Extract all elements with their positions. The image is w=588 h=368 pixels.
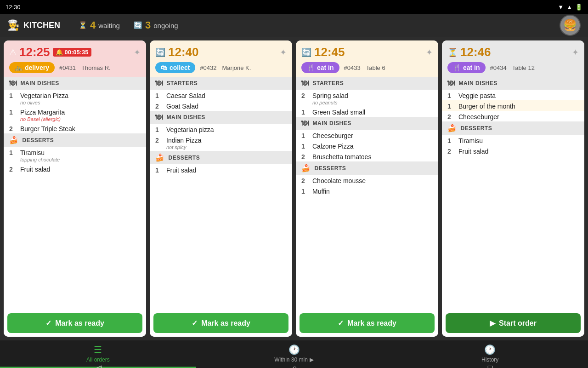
badge-icon-2: 🛍 (161, 64, 167, 71)
mark-ready-button-2[interactable]: ✓ Mark as ready (153, 313, 288, 333)
item-details: Burger of the month (458, 103, 579, 110)
item-name: Muffin (312, 188, 433, 195)
order-card-4: ⏳ 12:46 ✦ 🍴 eat in #0434 Table 12 🍽 (442, 40, 584, 337)
section-icon-0: 🍽 (9, 79, 17, 87)
section-icon-0: 🍽 (301, 79, 309, 87)
status-time: 12:30 (6, 4, 21, 11)
item-qty: 2 (447, 113, 454, 121)
item-qty: 1 (301, 188, 308, 195)
item-qty: 1 (447, 103, 454, 110)
chef-icon: 👨‍🍳 (7, 19, 20, 31)
order-card-3: 🔄 12:45 ✦ 🍴 eat in #0433 Table 6 🍽 (296, 40, 438, 337)
item-note: not spicy (166, 144, 287, 150)
nav-label-2: History (481, 356, 498, 363)
order-num-1: #0431 (59, 64, 76, 71)
time-icon-3: 🔄 (301, 47, 311, 58)
section-title-2: DESSERTS (169, 155, 200, 161)
order-item: 1 Pizza Margarita no Basel (allergic) (4, 106, 146, 123)
mark-ready-label-1: Mark as ready (55, 319, 104, 328)
item-name: Tiramisu (458, 137, 579, 144)
signal-icon: ▲ (566, 4, 572, 11)
order-num-4: #0434 (490, 64, 507, 71)
order-detail-3: Table 6 (366, 64, 385, 71)
section-icon-0: 🍽 (155, 79, 163, 87)
item-details: Caesar Salad (166, 92, 287, 99)
section-header-1: 🍰 DESSERTS (442, 121, 584, 135)
section-title-0: STARTERS (313, 80, 344, 86)
item-qty: 1 (301, 132, 308, 139)
drag-icon-2[interactable]: ✦ (280, 47, 287, 58)
item-details: Bruschetta tomatoes (312, 153, 433, 161)
item-note: topping chocolate (20, 157, 141, 162)
mark-ready-button-3[interactable]: ✓ Mark as ready (300, 313, 435, 333)
waiting-count: 4 (90, 19, 96, 31)
order-item: 1 Tiramisu (442, 135, 584, 145)
item-details: Cheeseburger (312, 132, 433, 139)
item-name: Chocolate mousse (312, 177, 433, 184)
drag-icon-3[interactable]: ✦ (426, 47, 433, 58)
item-qty: 1 (9, 92, 16, 99)
item-qty: 2 (301, 177, 308, 184)
waiting-icon: ⏳ (79, 21, 87, 29)
badge-label-3: eat in (317, 64, 334, 71)
section-header-0: 🍽 MAIN DISHES (442, 77, 584, 90)
order-num-3: #0433 (344, 64, 361, 71)
home-button[interactable]: ○ (292, 363, 297, 368)
item-details: Vegetarian Pizza no olives (20, 92, 141, 105)
nav-arrow-1: ▶ (310, 356, 314, 363)
drag-icon-1[interactable]: ✦ (134, 47, 141, 58)
item-details: Pizza Margarita no Basel (allergic) (20, 109, 141, 122)
item-qty: 2 (155, 137, 162, 144)
card-header-bottom-2: 🛍 collect #0432 Marjorie K. (155, 62, 287, 73)
drag-icon-4[interactable]: ✦ (572, 47, 579, 58)
mark-ready-label-3: Mark as ready (347, 319, 396, 328)
burger-avatar[interactable]: 🍔 (560, 15, 581, 36)
order-type-badge-3: 🍴 eat in (301, 62, 339, 73)
section-title-1: DESSERTS (23, 137, 54, 144)
item-qty: 2 (9, 125, 16, 132)
item-name: Fruit salad (458, 148, 579, 155)
item-details: Spring salad no peanuts (312, 92, 433, 105)
card-body-4: 🍽 MAIN DISHES 1 Veggie pasta 1 Burger of… (442, 77, 584, 310)
recents-button[interactable]: □ (488, 363, 493, 368)
card-time-1: ⚠ 12:25 🔔 00:05:35 (9, 45, 91, 59)
section-title-1: MAIN DISHES (167, 114, 205, 121)
bell-icon: 🔔 (56, 49, 63, 56)
mark-ready-label-2: Mark as ready (201, 319, 250, 328)
order-info-3: #0433 Table 6 (344, 64, 385, 71)
item-qty: 1 (9, 109, 16, 116)
item-name: Spring salad (312, 92, 433, 99)
item-details: Cheeseburger (458, 113, 579, 121)
back-button[interactable]: ◁ (95, 363, 102, 368)
nav-icon-0: ☰ (94, 344, 102, 355)
card-header-3: 🔄 12:45 ✦ 🍴 eat in #0433 Table 6 (296, 40, 438, 77)
item-name: Fruit salad (20, 166, 141, 173)
start-order-label-4: Start order (499, 319, 537, 328)
item-qty: 1 (301, 143, 308, 150)
order-item: 2 Spring salad no peanuts (296, 90, 438, 106)
item-name: Burger of the month (458, 103, 579, 110)
card-header-bottom-4: 🍴 eat in #0434 Table 12 (447, 62, 579, 73)
card-time-2: 🔄 12:40 (155, 45, 199, 59)
order-item: 1 Veggie pasta (442, 90, 584, 100)
play-icon-4: ▶ (490, 319, 495, 328)
order-item: 2 Goat Salad (150, 100, 292, 111)
section-header-0: 🍽 MAIN DISHES (4, 77, 146, 90)
order-item: 2 Chocolate mousse (296, 175, 438, 185)
top-bar-right: 🍔 (560, 15, 581, 36)
section-header-2: 🍰 DESSERTS (150, 151, 292, 164)
item-details: Tiramisu (458, 137, 579, 144)
top-bar: 👨‍🍳 KITCHEN ⏳ 4 waiting 🔄 3 ongoing 🍔 (0, 14, 588, 37)
order-item: 1 Vegetarian Pizza no olives (4, 90, 146, 106)
time-value-4: 12:46 (460, 45, 491, 59)
section-title-1: MAIN DISHES (313, 120, 351, 126)
time-icon-4: ⏳ (447, 47, 458, 58)
start-order-button-4[interactable]: ▶ Start order (446, 313, 581, 333)
time-value-1: 12:25 (19, 45, 50, 59)
mark-ready-button-1[interactable]: ✓ Mark as ready (7, 313, 142, 333)
section-header-0: 🍽 STARTERS (296, 77, 438, 90)
badge-label-2: collect (170, 64, 190, 71)
item-details: Calzone Pizza (312, 143, 433, 150)
status-icons: ▼ ▲ 🔋 (558, 4, 582, 11)
order-item: 2 Fruit salad (4, 163, 146, 174)
